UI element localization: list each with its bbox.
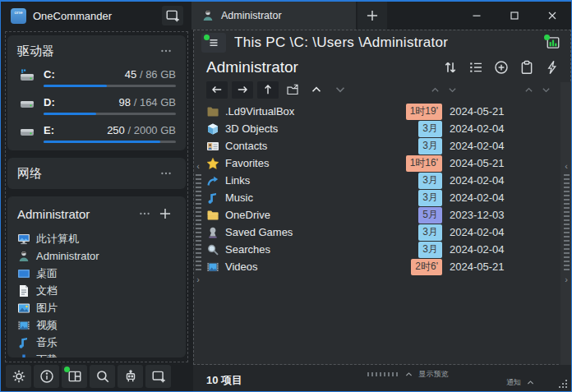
- maximize-button[interactable]: [496, 2, 533, 30]
- music-icon: [17, 336, 30, 349]
- drag-handle: [367, 372, 399, 376]
- folder-toolbar: [443, 60, 560, 75]
- drives-menu-button[interactable]: [156, 43, 176, 59]
- view-mode-button[interactable]: [468, 60, 483, 75]
- sort-name-asc-button[interactable]: [307, 81, 326, 99]
- resize-grip[interactable]: [558, 378, 569, 389]
- file-row[interactable]: .Ld9VirtualBox 1时19' 2024-05-21: [193, 103, 571, 120]
- file-row[interactable]: Contacts 3月 2024-02-04: [193, 137, 571, 154]
- sidebar-tree-item[interactable]: 图片: [17, 299, 176, 316]
- file-row[interactable]: Saved Games 3月 2024-02-04: [193, 224, 571, 241]
- age-badge: 3月: [418, 190, 442, 206]
- columns-view-button[interactable]: [542, 33, 565, 53]
- cube-icon: [206, 122, 219, 136]
- notifications-toggle[interactable]: 通知: [506, 377, 535, 388]
- settings-button[interactable]: [6, 365, 31, 388]
- date-modified: 2024-02-04: [450, 243, 519, 256]
- sidebar-tree-item[interactable]: 下载: [17, 351, 176, 357]
- sort-date-controls[interactable]: [524, 85, 551, 95]
- sidebar-tree-item[interactable]: 视频: [17, 316, 176, 334]
- link-icon: [206, 174, 219, 187]
- new-item-button[interactable]: [494, 60, 509, 75]
- tree-item-label: Administrator: [36, 250, 99, 262]
- tab-label: Administrator: [221, 10, 282, 21]
- file-row[interactable]: 3D Objects 3月 2024-02-04: [193, 120, 571, 137]
- info-button[interactable]: [34, 365, 59, 388]
- user-icon: [17, 250, 30, 263]
- age-badge: 1时19': [406, 104, 442, 120]
- navigation-bar: [193, 79, 571, 100]
- network-section: 网络: [7, 158, 186, 189]
- file-row[interactable]: Favorites 1时16' 2024-05-21: [193, 154, 571, 172]
- drive-item[interactable]: C: 45 / 86 GB: [17, 68, 176, 87]
- back-button[interactable]: [206, 81, 228, 99]
- network-menu-button[interactable]: [156, 165, 176, 182]
- sidebar-tree-item[interactable]: 文档: [17, 282, 176, 299]
- sidebar-tree-item[interactable]: Administrator: [17, 247, 176, 265]
- video-icon: [17, 319, 30, 332]
- contacts-icon: [206, 140, 219, 153]
- main-panel: This PC \C: \Users \Administrator Admini…: [191, 30, 571, 391]
- new-window-button[interactable]: [162, 6, 183, 25]
- age-badge: 1时16': [406, 155, 442, 172]
- file-row[interactable]: Music 3月 2024-02-04: [193, 189, 571, 206]
- preview-toggle[interactable]: 显示预览: [367, 369, 449, 380]
- info-icon: [39, 369, 54, 384]
- new-window-button[interactable]: [145, 365, 171, 388]
- drive-item[interactable]: E: 250 / 2000 GB: [17, 124, 176, 143]
- file-row[interactable]: Links 3月 2024-02-04: [193, 172, 571, 189]
- file-row[interactable]: Searches 3月 2024-02-04: [193, 241, 571, 258]
- sidebar-tree-item[interactable]: 桌面: [17, 265, 176, 282]
- layout-button[interactable]: [62, 365, 87, 388]
- close-button[interactable]: [533, 2, 571, 30]
- paste-button[interactable]: [519, 60, 534, 75]
- circle-plus-icon: [494, 60, 509, 75]
- sort-name-desc-button[interactable]: [330, 81, 350, 99]
- plus-icon: [158, 206, 173, 221]
- file-row[interactable]: OneDrive 5月 2023-12-03: [193, 206, 571, 224]
- date-modified: 2024-02-04: [450, 191, 519, 204]
- titlebar-left: one OneCommander: [1, 2, 191, 30]
- search-button[interactable]: [90, 365, 115, 388]
- date-modified: 2023-12-03: [450, 209, 519, 221]
- add-favorite-button[interactable]: [155, 204, 176, 224]
- up-button[interactable]: [257, 81, 279, 99]
- new-tab-button[interactable]: [358, 2, 387, 30]
- star-icon: [206, 157, 219, 170]
- file-name: .Ld9VirtualBox: [225, 105, 294, 118]
- open-folder-button[interactable]: [283, 81, 302, 99]
- chevron-up-icon: [310, 83, 323, 96]
- titlebar: one OneCommander Administrator: [1, 2, 571, 30]
- user-menu-button[interactable]: [135, 205, 155, 222]
- sidebar-toolbar: [5, 362, 188, 391]
- file-pane: This PC \C: \Users \Administrator Admini…: [193, 30, 571, 365]
- sidebar-tree-item[interactable]: 音乐: [17, 334, 176, 351]
- pane-menu-button[interactable]: [201, 33, 226, 53]
- minimize-button[interactable]: [458, 2, 496, 30]
- age-badge: 3月: [418, 173, 442, 189]
- download-icon: [17, 353, 30, 358]
- arrow-up-icon: [261, 83, 274, 96]
- forward-button[interactable]: [232, 81, 253, 99]
- left-pane-splitter[interactable]: ‹ ›: [193, 161, 203, 284]
- drive-letter: C:: [44, 68, 55, 81]
- automation-button[interactable]: [118, 365, 143, 388]
- app-title: OneCommander: [33, 10, 112, 22]
- drive-item[interactable]: D: 98 / 164 GB: [17, 96, 176, 115]
- sort-button[interactable]: [443, 60, 458, 75]
- drive-letter: E:: [44, 124, 54, 136]
- right-pane-splitter[interactable]: ‹ ›: [561, 161, 571, 284]
- chevron-up-icon: [524, 85, 534, 95]
- tab-administrator[interactable]: Administrator: [191, 2, 356, 30]
- video-icon: [206, 261, 219, 274]
- breadcrumb[interactable]: This PC \C: \Users \Administrator: [234, 35, 448, 51]
- actions-button[interactable]: [545, 60, 560, 75]
- file-row[interactable]: Videos 2时6' 2024-05-21: [193, 258, 571, 275]
- sort-age-controls[interactable]: [430, 85, 458, 95]
- date-modified: 2024-02-04: [450, 174, 519, 187]
- sidebar-tree-item[interactable]: 此计算机: [17, 230, 176, 247]
- chevron-up-icon: [430, 85, 441, 95]
- date-modified: 2024-02-04: [450, 122, 519, 135]
- drive-icon: [17, 97, 37, 110]
- folder-hidden-icon: [206, 105, 219, 118]
